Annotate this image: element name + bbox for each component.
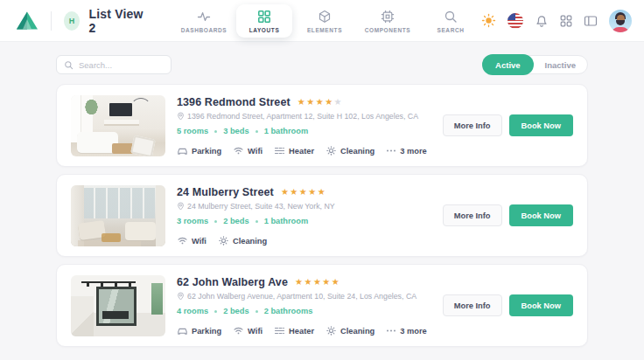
nav-label: LAYOUTS xyxy=(249,27,280,33)
more-info-button[interactable]: More Info xyxy=(443,204,502,226)
amenity-parking: Parking xyxy=(177,146,221,156)
filter-active-button[interactable]: Active xyxy=(482,54,534,75)
nav-item-dashboards[interactable]: DASHBOARDS xyxy=(173,4,234,38)
cpu-icon xyxy=(381,10,395,24)
map-pin-icon xyxy=(177,202,185,211)
amenity-wifi: Wifi xyxy=(233,146,262,156)
amenity-wifi: Wifi xyxy=(233,326,262,336)
nav-item-search[interactable]: SEARCH xyxy=(420,4,481,38)
amenity-parking: Parking xyxy=(177,326,221,336)
amenity-cleaning: Cleaning xyxy=(326,326,374,336)
nav-label: COMPONENTS xyxy=(365,27,411,33)
beds-count: 3 beds xyxy=(223,127,248,135)
ellipsis-icon xyxy=(386,326,396,336)
nav-item-components[interactable]: COMPONENTS xyxy=(357,4,418,38)
listing-card: 1396 Redmond Street ★★★★★ 1396 Redmond S… xyxy=(56,84,588,167)
star-rating: ★★★★★ xyxy=(295,278,340,287)
amenity-cleaning: Cleaning xyxy=(218,236,267,246)
main-nav: DASHBOARDS LAYOUTS ELEMENTS xyxy=(173,0,481,42)
wifi-icon xyxy=(177,236,188,246)
status-filter: Active Inactive xyxy=(482,55,588,74)
list-toolbar: Active Inactive xyxy=(56,55,588,74)
nav-label: SEARCH xyxy=(437,27,464,33)
cleaning-icon xyxy=(218,236,229,246)
page-badge: H xyxy=(64,11,80,31)
listing-address: 24 Mulberry Street, Suite 43, New York, … xyxy=(187,202,335,211)
bathrooms-count: 1 bathroom xyxy=(264,127,309,135)
cube-icon xyxy=(318,10,332,24)
listing-address: 62 John Walberg Avenue, Apartment 10, Su… xyxy=(187,292,416,301)
nav-label: DASHBOARDS xyxy=(181,27,228,33)
more-amenities[interactable]: 3 more xyxy=(386,146,427,156)
header-actions xyxy=(481,10,632,32)
search-box[interactable] xyxy=(56,55,172,74)
property-photo xyxy=(71,275,165,336)
sidebar-toggle-icon[interactable] xyxy=(584,14,598,28)
star-rating: ★★★★★ xyxy=(281,188,326,197)
listing-title: 24 Mulberry Street xyxy=(177,186,274,198)
listing-address-row: 1396 Redmond Street, Apartment 12, Suite… xyxy=(177,112,434,121)
more-info-button[interactable]: More Info xyxy=(443,294,502,316)
nav-item-layouts[interactable]: LAYOUTS xyxy=(236,4,292,38)
amenities-row: Parking Wifi Heate xyxy=(177,146,434,156)
book-now-button[interactable]: Book Now xyxy=(509,204,573,226)
heater-icon xyxy=(274,326,285,336)
app-logo[interactable] xyxy=(16,10,38,31)
layouts-grid-icon xyxy=(257,10,271,24)
nav-item-elements[interactable]: ELEMENTS xyxy=(294,4,355,38)
listing-title: 1396 Redmond Street xyxy=(177,96,290,108)
card-body: 62 John Walberg Ave ★★★★★ 62 John Walber… xyxy=(165,275,434,336)
parking-icon xyxy=(177,326,188,336)
card-actions: More Info Book Now xyxy=(443,204,573,226)
app-header: H List View 2 DASHBOARDS LAYOUTS xyxy=(0,0,644,42)
amenity-heater: Heater xyxy=(274,326,314,336)
cleaning-icon xyxy=(326,326,337,336)
beds-count: 2 beds xyxy=(223,217,248,225)
book-now-button[interactable]: Book Now xyxy=(509,294,573,316)
card-actions: More Info Book Now xyxy=(443,114,573,136)
ellipsis-icon xyxy=(386,146,396,156)
listing-cards: 1396 Redmond Street ★★★★★ 1396 Redmond S… xyxy=(56,84,588,360)
property-photo xyxy=(71,185,165,246)
page-title: List View 2 xyxy=(88,7,144,35)
more-info-button[interactable]: More Info xyxy=(443,114,502,136)
listing-title: 62 John Walberg Ave xyxy=(177,276,288,288)
bathrooms-count: 1 bathroom xyxy=(264,217,309,225)
amenities-row: Parking Wifi Heate xyxy=(177,326,434,336)
rooms-count: 5 rooms xyxy=(177,127,208,135)
beds-count: 2 beds xyxy=(223,307,248,315)
wifi-icon xyxy=(233,326,244,336)
nav-label: ELEMENTS xyxy=(307,27,342,33)
search-input[interactable] xyxy=(79,60,164,70)
filter-inactive-button[interactable]: Inactive xyxy=(534,56,587,73)
amenity-wifi: Wifi xyxy=(177,236,206,246)
theme-sun-icon[interactable] xyxy=(481,13,496,28)
search-icon xyxy=(444,10,458,24)
amenity-cleaning: Cleaning xyxy=(326,146,374,156)
card-actions: More Info Book Now xyxy=(443,294,573,316)
apps-grid-icon[interactable] xyxy=(560,15,572,27)
heater-icon xyxy=(274,146,285,156)
listing-address: 1396 Redmond Street, Apartment 12, Suite… xyxy=(187,112,418,121)
us-flag-icon[interactable] xyxy=(508,13,523,29)
listing-specs: 3 rooms 2 beds 1 bathroom xyxy=(177,217,434,225)
listing-specs: 4 rooms 2 beds 2 bathrooms xyxy=(177,307,434,315)
listing-card: 24 Mulberry Street ★★★★★ 24 Mulberry Str… xyxy=(56,174,588,257)
listing-card: 62 John Walberg Ave ★★★★★ 62 John Walber… xyxy=(56,264,588,347)
book-now-button[interactable]: Book Now xyxy=(509,114,573,136)
logo-icon xyxy=(16,10,38,31)
property-photo xyxy=(71,95,165,156)
more-amenities[interactable]: 3 more xyxy=(386,326,427,336)
cleaning-icon xyxy=(326,146,337,156)
map-pin-icon xyxy=(177,292,185,301)
card-body: 1396 Redmond Street ★★★★★ 1396 Redmond S… xyxy=(165,95,434,156)
parking-icon xyxy=(177,146,188,156)
amenity-heater: Heater xyxy=(274,146,314,156)
card-body: 24 Mulberry Street ★★★★★ 24 Mulberry Str… xyxy=(165,185,434,246)
user-avatar[interactable] xyxy=(609,10,632,32)
bathrooms-count: 2 bathrooms xyxy=(264,307,313,315)
amenities-row: Wifi Cleaning xyxy=(177,236,434,246)
map-pin-icon xyxy=(177,112,185,121)
bell-icon[interactable] xyxy=(535,14,549,28)
activity-icon xyxy=(197,10,211,24)
